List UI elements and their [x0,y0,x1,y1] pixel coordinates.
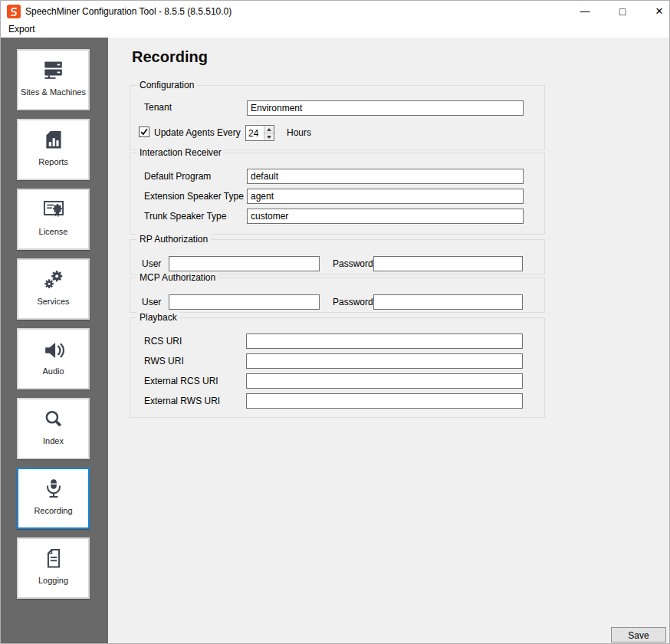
playback-legend: Playback [136,312,180,323]
microphone-icon [37,475,71,505]
default-program-input[interactable] [247,169,524,184]
speaker-icon [37,335,71,366]
rws-uri-label: RWS URI [144,356,184,366]
sidebar-item-label: Sites & Machines [21,87,86,97]
maximize-button[interactable]: □ [610,1,635,22]
rp-password-label: Password [333,258,373,269]
sidebar-item-logging[interactable]: Logging [17,537,90,599]
sidebar-item-label: Services [37,297,69,306]
window-title: SpeechMiner Configuration Tool - 8.5.5 (… [25,1,232,22]
main-panel: Recording Configuration Tenant Update Ag… [108,38,670,644]
mcp-authorization-groupbox: MCP Authorization User Password [130,278,545,313]
interval-input[interactable] [246,126,264,140]
titlebar: SpeechMiner Configuration Tool - 8.5.5 (… [1,1,670,22]
speechminer-window: SpeechMiner Configuration Tool - 8.5.5 (… [0,0,670,644]
sidebar-item-label: Audio [42,366,64,376]
stepper-up-button[interactable] [264,126,274,133]
extension-speaker-type-label: Extension Speaker Type [144,191,244,202]
stepper-down-button[interactable] [264,133,274,140]
rp-authorization-groupbox: RP Authorization User Password [130,239,545,274]
sidebar-item-license[interactable]: License [17,189,90,250]
menubar: Export [1,22,670,38]
sidebar-item-label: License [39,227,68,236]
sidebar-item-label: Recording [34,506,72,515]
configuration-legend: Configuration [136,80,197,90]
sidebar-item-audio[interactable]: Audio [17,328,90,389]
sidebar-item-reports[interactable]: Reports [17,119,90,180]
speechminer-logo-icon [7,5,21,18]
external-rcs-uri-label: External RCS URI [144,376,218,386]
tenant-input[interactable] [247,100,524,116]
rp-user-input[interactable] [169,256,320,271]
page-title: Recording [132,48,208,66]
configuration-groupbox: Configuration Tenant Update Agents Every… [130,85,545,150]
external-rws-uri-input[interactable] [246,393,523,409]
rp-user-label: User [142,258,161,269]
sidebar-item-label: Reports [38,157,68,166]
bar-chart-document-icon [37,126,71,156]
sidebar-item-sites-machines[interactable]: Sites & Machines [17,49,90,110]
magnifier-icon [37,405,71,435]
checkmark-icon [140,127,149,136]
menu-export[interactable]: Export [5,22,38,38]
close-button[interactable]: ✕ [647,1,670,22]
default-program-label: Default Program [144,171,211,182]
tenant-label: Tenant [144,102,172,113]
extension-speaker-type-input[interactable] [247,189,524,204]
rp-password-input[interactable] [373,256,523,271]
sidebar-item-label: Index [43,436,64,445]
document-lines-icon [37,544,71,575]
rcs-uri-label: RCS URI [144,336,182,347]
trunk-speaker-type-label: Trunk Speaker Type [144,211,226,222]
rws-uri-input[interactable] [246,353,523,369]
servers-icon [37,56,71,87]
sidebar-item-index[interactable]: Index [17,398,90,459]
save-button[interactable]: Save [611,627,666,642]
external-rcs-uri-input[interactable] [246,373,523,389]
sidebar-item-services[interactable]: Services [17,258,90,320]
sidebar: Sites & Machines Reports [1,38,108,644]
sidebar-item-label: Logging [38,576,68,585]
interaction-receiver-groupbox: Interaction Receiver Default Program Ext… [130,153,545,235]
mcp-user-label: User [142,297,161,307]
update-agents-checkbox[interactable] [139,127,149,137]
interval-stepper[interactable] [245,125,274,141]
rp-authorization-legend: RP Authorization [136,234,211,245]
interaction-receiver-legend: Interaction Receiver [136,147,225,158]
minimize-button[interactable]: — [573,1,597,22]
mcp-password-label: Password [333,297,373,307]
external-rws-uri-label: External RWS URI [144,396,220,406]
gears-icon [37,265,71,296]
mcp-user-input[interactable] [169,294,320,310]
update-agents-label: Update Agents Every [154,127,241,138]
rcs-uri-input[interactable] [246,334,523,349]
hours-label: Hours [287,127,311,138]
mcp-authorization-legend: MCP Authorization [136,272,218,283]
trunk-speaker-type-input[interactable] [247,209,524,224]
mcp-password-input[interactable] [373,294,523,310]
sidebar-item-recording[interactable]: Recording [17,468,90,529]
stepper-arrows [264,126,274,140]
certificate-icon [37,196,71,226]
playback-groupbox: Playback RCS URI RWS URI External RCS UR… [130,317,545,418]
